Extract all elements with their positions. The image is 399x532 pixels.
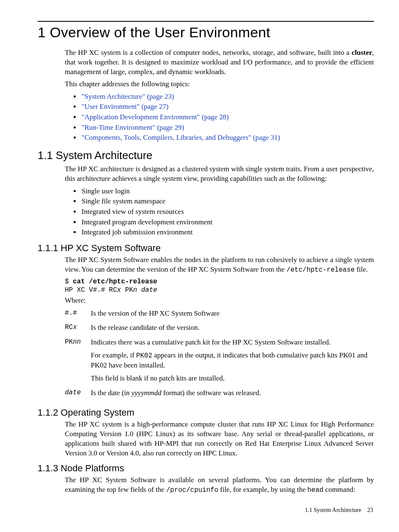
- table-row: RCx Is the release candidate of the vers…: [65, 322, 374, 337]
- topics-list: "System Architecture" (page 23) "User En…: [65, 92, 374, 143]
- text-run: This field is blank if no patch kits are…: [91, 374, 374, 383]
- link-runtime-env[interactable]: "Run-Time Environment" (page 29): [82, 123, 184, 131]
- output-text: HP XC V#.# RC: [65, 286, 117, 294]
- output-var: x: [117, 286, 121, 294]
- description: Indicates there was a cumulative patch k…: [91, 337, 374, 387]
- output-text: PK: [121, 286, 133, 294]
- intro-paragraph-1: The HP XC system is a collection of comp…: [65, 48, 374, 77]
- section-1-1-1-title: 1.1.1 HP XC System Software: [38, 243, 374, 254]
- text-run: format) the software was released.: [161, 389, 261, 397]
- table-row: date Is the date (in yyyymmdd format) th…: [65, 388, 374, 402]
- intro-block: The HP XC system is a collection of comp…: [65, 48, 374, 143]
- text-var: x: [73, 324, 77, 331]
- term: RCx: [65, 322, 91, 337]
- output-var: n: [133, 286, 137, 294]
- text-run: Indicates there was a cumulative patch k…: [91, 338, 374, 347]
- link-system-architecture[interactable]: "System Architecture" (page 23): [82, 93, 174, 100]
- link-user-environment[interactable]: "User Environment" (page 27): [82, 103, 169, 111]
- paragraph: The HP XC System Software is available o…: [65, 475, 374, 495]
- list-item: Single user login: [81, 186, 374, 197]
- link-app-dev-env[interactable]: "Application Development Environment" (p…: [82, 113, 229, 121]
- paragraph: The HP XC architecture is designed as a …: [65, 164, 374, 184]
- inline-code: /proc/cpuinfo: [166, 486, 218, 494]
- code-block: $ cat /etc/hptc-release HP XC V#.# RCx P…: [65, 278, 374, 294]
- section-1-1-3-title: 1.1.3 Node Platforms: [38, 463, 374, 474]
- inline-code: PK02: [136, 352, 152, 360]
- paragraph: The HP XC system is a high-performance c…: [65, 420, 374, 458]
- command: cat /etc/hptc-release: [73, 278, 157, 285]
- section-1-1-title: 1.1 System Architecture: [38, 149, 374, 162]
- where-label: Where:: [65, 296, 374, 306]
- horizontal-rule: [38, 21, 374, 22]
- list-item: "Run-Time Environment" (page 29): [81, 123, 374, 133]
- term: #.#: [65, 308, 91, 323]
- chapter-title: 1 Overview of the User Environment: [38, 24, 374, 41]
- inline-code: /etc/hptc-release: [286, 266, 355, 274]
- text-run: For example, if: [91, 351, 136, 359]
- text-run: file.: [355, 265, 368, 273]
- prompt: $: [65, 278, 73, 285]
- table-row: PKnn Indicates there was a cumulative pa…: [65, 337, 374, 387]
- footer-section: 1.1 System Architecture: [305, 507, 361, 513]
- list-item: Integrated job submission environment: [81, 227, 374, 238]
- term: PKnn: [65, 337, 91, 387]
- text-run: Is the release candidate of the version.: [91, 323, 374, 333]
- document-page: 1 Overview of the User Environment The H…: [0, 0, 399, 530]
- capabilities-list: Single user login Single file system nam…: [65, 186, 374, 238]
- description: Is the version of the HP XC System Softw…: [91, 308, 374, 323]
- text-var: nn: [73, 338, 81, 346]
- list-item: Single file system namespace: [81, 196, 374, 207]
- table-row: #.# Is the version of the HP XC System S…: [65, 308, 374, 323]
- definition-table: #.# Is the version of the HP XC System S…: [65, 308, 374, 402]
- section-1-1-body: The HP XC architecture is designed as a …: [65, 164, 374, 238]
- section-1-1-2-body: The HP XC system is a high-performance c…: [65, 420, 374, 458]
- text-run: command:: [323, 486, 355, 493]
- paragraph: The HP XC System Software enables the no…: [65, 255, 374, 275]
- text-run: Is the date (in: [91, 389, 131, 397]
- list-item: Integrated program development environme…: [81, 217, 374, 228]
- footer-page-number: 23: [367, 507, 373, 513]
- section-1-1-3-body: The HP XC System Software is available o…: [65, 475, 374, 495]
- description: Is the date (in yyyymmdd format) the sof…: [91, 388, 374, 402]
- list-item: Integrated view of system resources: [81, 207, 374, 217]
- description: Is the release candidate of the version.: [91, 322, 374, 337]
- list-item: "User Environment" (page 27): [81, 102, 374, 112]
- text-run: PK: [65, 338, 73, 346]
- inline-code: head: [307, 486, 323, 494]
- text-var: yyyymmdd: [131, 389, 161, 397]
- text-run: RC: [65, 324, 73, 331]
- section-1-1-1-body: The HP XC System Software enables the no…: [65, 255, 374, 402]
- text-run: Is the version of the HP XC System Softw…: [91, 309, 374, 319]
- text-run: The HP XC system is a collection of comp…: [65, 49, 352, 57]
- list-item: "System Architecture" (page 23): [81, 92, 374, 102]
- list-item: "Components, Tools, Compilers, Libraries…: [81, 133, 374, 143]
- term: date: [65, 388, 91, 402]
- section-1-1-2-title: 1.1.2 Operating System: [38, 407, 374, 418]
- bold-term-cluster: cluster: [352, 49, 372, 57]
- output-var: date: [141, 286, 157, 294]
- page-footer: 1.1 System Architecture 23: [38, 507, 374, 514]
- intro-paragraph-2: This chapter addresses the following top…: [65, 80, 374, 89]
- text-run: For example, if PK02 appears in the outp…: [91, 351, 374, 370]
- link-components[interactable]: "Components, Tools, Compilers, Libraries…: [82, 134, 280, 141]
- text-run: file, for example, by using the: [218, 486, 307, 493]
- text-run: Is the date (in yyyymmdd format) the sof…: [91, 388, 374, 398]
- list-item: "Application Development Environment" (p…: [81, 112, 374, 123]
